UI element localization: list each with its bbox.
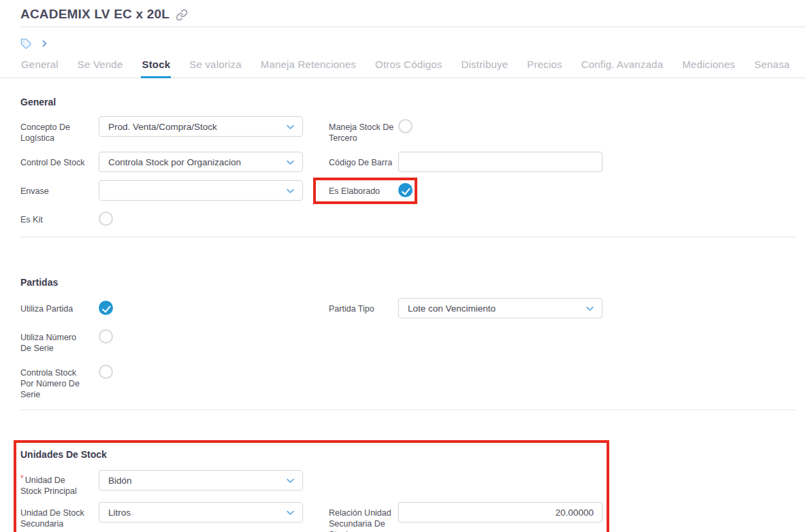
form-pair: Partida Tipo Lote con Vencimiento	[329, 298, 602, 318]
tab-distribuye[interactable]: Distribuye	[461, 56, 509, 78]
tab-general[interactable]: General	[20, 56, 59, 78]
tab-bar: General Se Vende Stock Se valoriza Manej…	[0, 56, 806, 78]
control-de-stock-label: Control De Stock	[20, 152, 88, 168]
link-icon[interactable]	[176, 9, 188, 21]
chevron-down-icon	[285, 157, 295, 167]
form-pair: Relación Unidad Secundaria De Stock	[329, 502, 602, 532]
form-row: Utiliza Partida Partida Tipo Lote con Ve…	[20, 298, 796, 318]
dropdown-value: Bidón	[108, 476, 132, 486]
es-elaborado-field: Es Elaborado	[329, 180, 413, 197]
es-kit-label: Es Kit	[20, 209, 88, 225]
breadcrumb	[0, 37, 806, 50]
section-heading-general: General	[20, 78, 796, 107]
chevron-down-icon	[285, 476, 295, 486]
form-pair: Maneja Stock De Tercero	[329, 116, 413, 144]
unidad-de-stock-principal-label: *Unidad De Stock Principal	[20, 470, 88, 497]
tab-otros-codigos[interactable]: Otros Códigos	[374, 56, 442, 78]
form-row: Controla Stock Por Número De Serie	[20, 362, 796, 400]
required-asterisk: *	[20, 473, 24, 483]
utiliza-partida-label: Utiliza Partida	[20, 298, 88, 314]
section-heading-unidades-de-stock: Unidades De Stock	[20, 449, 607, 460]
concepto-de-logistica-dropdown[interactable]: Prod. Venta/Compra/Stock	[99, 116, 303, 137]
utiliza-numero-de-serie-checkbox[interactable]	[99, 329, 113, 344]
dropdown-value: Prod. Venta/Compra/Stock	[108, 122, 217, 132]
partida-tipo-label: Partida Tipo	[329, 298, 398, 314]
partida-tipo-dropdown[interactable]: Lote con Vencimiento	[398, 298, 602, 318]
unidad-de-stock-principal-dropdown[interactable]: Bidón	[99, 470, 303, 491]
maneja-stock-de-tercero-checkbox[interactable]	[398, 119, 413, 133]
tab-mediciones[interactable]: Mediciones	[681, 56, 736, 78]
maneja-stock-de-tercero-label: Maneja Stock De Tercero	[329, 116, 398, 144]
chevron-down-icon	[585, 303, 595, 314]
tab-config-avanzada[interactable]: Config. Avanzada	[581, 56, 664, 78]
chevron-down-icon	[285, 186, 295, 196]
unidad-de-stock-secundaria-label: Unidad De Stock Secundaria	[20, 502, 88, 529]
es-kit-checkbox[interactable]	[99, 212, 113, 226]
tab-maneja-retenciones[interactable]: Maneja Retenciones	[260, 56, 357, 78]
unidades-de-stock-section: Unidades De Stock *Unidad De Stock Princ…	[14, 440, 609, 532]
codigo-de-barra-input[interactable]	[398, 152, 602, 172]
concepto-de-logistica-label: Concepto De Logística	[20, 116, 88, 144]
form-row: Control De Stock Controla Stock por Orga…	[20, 152, 796, 172]
dropdown-value: Controla Stock por Organizacion	[108, 157, 241, 167]
tab-stock[interactable]: Stock	[141, 56, 171, 78]
form-row: Utiliza Número De Serie	[20, 327, 796, 354]
es-elaborado-label: Es Elaborado	[329, 180, 398, 197]
controla-stock-por-numero-de-serie-checkbox[interactable]	[99, 365, 113, 379]
chevron-down-icon	[285, 122, 295, 132]
stock-tab-panel: General Concepto De Logística Prod. Vent…	[0, 78, 806, 532]
control-de-stock-dropdown[interactable]: Controla Stock por Organizacion	[99, 152, 303, 172]
dropdown-value: Litros	[108, 508, 131, 518]
tab-senasa[interactable]: Senasa	[754, 56, 790, 78]
form-row: *Unidad De Stock Principal Bidón	[20, 470, 607, 497]
envase-label: Envase	[20, 180, 88, 197]
form-row: Unidad De Stock Secundaria Litros Relaci…	[20, 502, 607, 532]
tab-se-vende[interactable]: Se Vende	[77, 56, 124, 78]
envase-dropdown[interactable]	[99, 180, 303, 201]
utiliza-numero-de-serie-label: Utiliza Número De Serie	[20, 327, 88, 354]
form-row: Envase Es Elaborado	[20, 180, 796, 201]
es-elaborado-checkbox[interactable]	[398, 183, 413, 197]
form-pair: Código De Barra	[329, 152, 602, 172]
unidad-de-stock-secundaria-dropdown[interactable]: Litros	[99, 502, 303, 522]
chevron-right-icon[interactable]	[39, 39, 49, 48]
section-divider	[20, 410, 796, 410]
tag-icon[interactable]	[20, 38, 32, 50]
page-title: ACADEMIX LV EC x 20L	[20, 7, 170, 22]
dropdown-value: Lote con Vencimiento	[408, 303, 496, 314]
chevron-down-icon	[285, 508, 295, 518]
tab-se-valoriza[interactable]: Se valoriza	[189, 56, 242, 78]
form-row: Concepto De Logística Prod. Venta/Compra…	[20, 116, 796, 144]
codigo-de-barra-label: Código De Barra	[329, 152, 398, 168]
relacion-unidad-secundaria-de-stock-label: Relación Unidad Secundaria De Stock	[329, 502, 398, 532]
form-row: Es Kit	[20, 209, 796, 226]
utiliza-partida-checkbox[interactable]	[99, 301, 113, 315]
section-heading-partidas: Partidas	[20, 237, 796, 288]
relacion-unidad-secundaria-de-stock-input[interactable]	[398, 502, 602, 522]
tab-precios[interactable]: Precios	[526, 56, 562, 78]
header-divider	[19, 27, 806, 27]
controla-stock-por-numero-de-serie-label: Controla Stock Por Número De Serie	[20, 362, 88, 400]
header: ACADEMIX LV EC x 20L	[0, 0, 806, 20]
